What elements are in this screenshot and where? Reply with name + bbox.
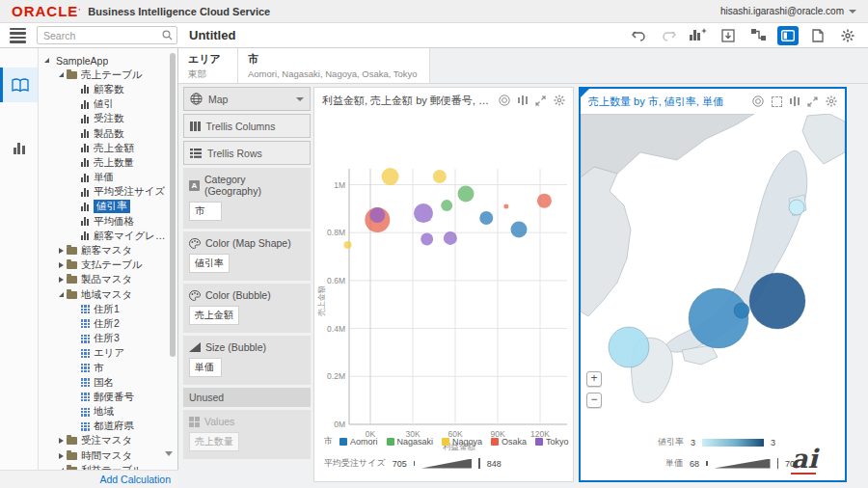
gear-icon[interactable]	[826, 95, 837, 107]
tree-item[interactable]: 市	[39, 361, 172, 375]
visualizations-tab[interactable]	[0, 131, 38, 166]
tree-item[interactable]: 顧客マイグレーション	[39, 229, 172, 243]
bubble-Tokyo[interactable]	[369, 207, 385, 223]
new-page-icon[interactable]	[807, 26, 828, 45]
bubble-chart[interactable]: 0M0.2M0.4M0.6M0.8M1M0K30K60K90K120K利益金額売…	[314, 113, 573, 452]
tree-item[interactable]: 国名	[39, 375, 172, 390]
filter-chip-city[interactable]: 市 Aomori, Nagasaki, Nagoya, Osaka, Tokyo	[238, 48, 430, 83]
tree-scroll-down-icon[interactable]	[165, 451, 173, 456]
category-geography-target[interactable]: ACategory (Geography) 市	[183, 168, 311, 229]
data-elements-tab[interactable]	[0, 68, 38, 102]
gear-icon[interactable]	[554, 95, 565, 106]
bubble-Tokyo[interactable]	[414, 203, 433, 223]
size-bubble-target[interactable]: Size (Bubble) 単価	[183, 336, 311, 385]
values-target[interactable]: Values 売上数量	[183, 410, 311, 459]
redo-button[interactable]	[658, 26, 679, 45]
expand-caret-icon[interactable]	[59, 438, 64, 444]
tree-item[interactable]: 顧客マスタ	[39, 243, 172, 258]
bullseye-icon[interactable]	[752, 95, 764, 107]
expand-caret-icon[interactable]	[59, 453, 64, 459]
bubble-Nagoya[interactable]	[433, 170, 447, 183]
marquee-select-icon[interactable]	[772, 96, 782, 107]
expand-caret-icon[interactable]	[59, 277, 64, 283]
settings-gear-icon[interactable]	[837, 26, 858, 45]
viz-type-select[interactable]: Map	[183, 87, 311, 111]
tree-item[interactable]: 単価	[39, 171, 172, 185]
bubble-Nagoya[interactable]	[344, 241, 352, 249]
tree-item[interactable]: 住所2	[39, 316, 172, 331]
field-chip[interactable]: 値引率	[189, 254, 230, 273]
tree-item[interactable]: 売上金額	[39, 141, 172, 155]
tree-item[interactable]: 地域マスタ	[39, 287, 172, 302]
bubble-Tokyo[interactable]	[420, 232, 433, 245]
tree-item[interactable]: 顧客数	[39, 82, 172, 96]
map-panel[interactable]: 売上数量 by 市, 値引率, 単価 + − 値引率 3 3 単価 68 70	[579, 87, 847, 482]
bubble-Osaka[interactable]	[537, 194, 552, 208]
map-bubble-Nagoya[interactable]	[734, 303, 749, 318]
map-zoom-out-button[interactable]: −	[586, 393, 602, 408]
search-input[interactable]	[43, 30, 162, 41]
field-chip[interactable]: 市	[189, 202, 222, 221]
undo-button[interactable]	[628, 26, 649, 45]
bubble-Aomori[interactable]	[511, 221, 528, 237]
expand-caret-icon[interactable]	[59, 262, 64, 268]
tree-item[interactable]: 製品数	[39, 126, 172, 141]
tree-item[interactable]: エリア	[39, 346, 172, 361]
field-chip[interactable]: 単価	[189, 358, 222, 377]
tree-item[interactable]: 受注マスタ	[39, 434, 172, 448]
tree-item[interactable]: 地域	[39, 405, 172, 420]
map-bubble-Nagasaki[interactable]	[609, 327, 649, 367]
bubble-Tokyo[interactable]	[444, 231, 457, 245]
collapse-caret-icon[interactable]	[44, 58, 49, 63]
flow-icon[interactable]	[747, 26, 769, 45]
maximize-icon[interactable]	[535, 95, 546, 106]
tree-item[interactable]: 売上数量	[39, 155, 172, 170]
bubble-chart-panel[interactable]: 利益金額, 売上金額 by 郵便番号, 市, 平均… 0M0.2M0.4M0.6…	[313, 87, 574, 482]
bubble-Nagasaki[interactable]	[441, 200, 452, 211]
maximize-icon[interactable]	[807, 96, 818, 107]
tree-item[interactable]: 値引率	[39, 200, 172, 214]
color-map-shape-target[interactable]: Color (Map Shape) 値引率	[183, 231, 311, 281]
legend-item[interactable]: Osaka	[491, 437, 527, 447]
filter-chip-area[interactable]: エリア 東部	[178, 48, 238, 83]
bullseye-icon[interactable]	[499, 95, 510, 106]
field-chip[interactable]: 売上数量	[189, 432, 239, 451]
bubble-Nagasaki[interactable]	[458, 185, 475, 202]
legend-item[interactable]: Aomori	[339, 437, 378, 447]
tree-scrollbar[interactable]	[170, 53, 176, 357]
map-bubble-Aomori[interactable]	[789, 200, 804, 215]
tree-item[interactable]: 支払テーブル	[39, 258, 172, 273]
chart-type-icon[interactable]	[518, 95, 529, 105]
tree-item[interactable]: 時間マスタ	[39, 448, 172, 463]
trellis-columns-target[interactable]: Trellis Columns	[183, 114, 311, 138]
tree-item[interactable]: 郵便番号	[39, 390, 172, 404]
tree-item[interactable]: 売上テーブル	[39, 68, 172, 82]
visualize-icon[interactable]	[688, 26, 709, 45]
map-bubble-Tokyo[interactable]	[749, 273, 805, 329]
tree-item[interactable]: SampleApp	[39, 53, 172, 68]
chart-type-icon[interactable]	[790, 96, 800, 106]
tree-item[interactable]: 値引	[39, 97, 172, 112]
tree-item[interactable]: 住所3	[39, 332, 172, 346]
tree-item[interactable]: 平均受注サイズ	[39, 185, 172, 200]
data-sources-icon[interactable]	[10, 28, 26, 43]
tree-item[interactable]: 都道府県	[39, 420, 172, 434]
bubble-Aomori[interactable]	[479, 211, 493, 225]
add-calculation-link[interactable]: Add Calculation	[99, 474, 171, 485]
japan-map[interactable]	[581, 114, 845, 432]
panel-toggle-button[interactable]	[777, 26, 799, 45]
tree-item[interactable]: 平均価格	[39, 214, 172, 229]
legend-item[interactable]: Nagasaki	[387, 437, 434, 447]
insert-icon[interactable]	[718, 26, 739, 45]
user-menu[interactable]: hisashi.igarashi@oracle.com	[720, 6, 856, 16]
collapse-caret-icon[interactable]	[59, 72, 64, 77]
legend-item[interactable]: Tokyo	[535, 437, 569, 447]
tree-item[interactable]: 利益テーブル	[39, 463, 172, 470]
color-bubble-target[interactable]: Color (Bubble) 売上金額	[183, 284, 311, 333]
field-chip[interactable]: 売上金額	[189, 306, 239, 325]
collapse-caret-icon[interactable]	[59, 292, 64, 297]
tree-item[interactable]: 製品マスタ	[39, 273, 172, 287]
expand-caret-icon[interactable]	[59, 248, 64, 254]
search-box[interactable]	[37, 26, 177, 44]
tree-item[interactable]: 住所1	[39, 302, 172, 316]
